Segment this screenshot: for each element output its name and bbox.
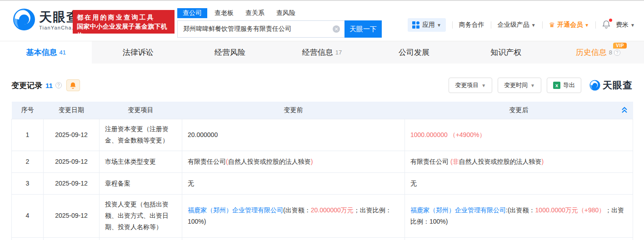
nav-open-vip-label: 开通会员 bbox=[557, 21, 583, 29]
tianyancha-logo-icon bbox=[13, 8, 35, 33]
chevron-down-icon: ▼ bbox=[531, 23, 536, 28]
help-icon[interactable]: ? bbox=[55, 82, 62, 88]
tab-label: 法律诉讼 bbox=[123, 47, 154, 58]
cell-text: 自然人投资或控股的法人独资 bbox=[459, 158, 542, 165]
tab-label: 经营风险 bbox=[215, 47, 245, 58]
table-row-partial bbox=[12, 237, 633, 240]
cell-index: 3 bbox=[12, 172, 44, 194]
tab[interactable]: 经营信息17 bbox=[276, 41, 368, 64]
search-tab[interactable]: 查风险 bbox=[276, 8, 295, 18]
crown-icon: ♛ bbox=[549, 21, 555, 29]
cell-empty bbox=[405, 237, 633, 240]
tab[interactable]: 知识产权 bbox=[460, 41, 552, 64]
search-tab[interactable]: 查公司 bbox=[177, 8, 207, 18]
tab[interactable]: 经营风险 bbox=[184, 41, 276, 64]
cell-text: 20.000000 bbox=[188, 131, 218, 138]
cell-text: 有限责任公司 bbox=[410, 158, 450, 165]
divider bbox=[542, 21, 543, 29]
tab-label: 经营信息 bbox=[302, 47, 333, 58]
filter-dropdown[interactable]: 变更项目▼ bbox=[449, 78, 492, 93]
cell-change-item: 注册资本变更（注册资金、资金数额等变更） bbox=[100, 119, 182, 151]
help-icon[interactable]: ? bbox=[614, 49, 620, 56]
filter-buttons: 变更项目▼变更时间▼ bbox=[443, 78, 541, 93]
nav-apps[interactable]: 应用 ▼ bbox=[408, 18, 446, 32]
monitor-bell-button[interactable] bbox=[66, 79, 80, 91]
export-button[interactable]: x 导出 bbox=[547, 78, 581, 93]
cell-change-item: 市场主体类型变更 bbox=[100, 151, 182, 172]
clear-search-icon[interactable]: ✕ bbox=[333, 25, 340, 33]
search-area: 查公司查老板查关系查风险 ✕ 天眼一下 bbox=[177, 7, 382, 38]
collapse-chevrons-icon[interactable] bbox=[621, 107, 628, 115]
filter-label: 变更项目 bbox=[455, 81, 479, 89]
tab[interactable]: 公司发展 bbox=[368, 41, 460, 64]
table-row: 32025-09-12章程备案无无 bbox=[12, 172, 633, 194]
apps-grid-icon bbox=[412, 21, 419, 29]
filter-label: 变更时间 bbox=[504, 81, 528, 89]
search-tab[interactable]: 查关系 bbox=[245, 8, 265, 18]
nav-open-vip[interactable]: ♛ 开通会员 ▼ bbox=[549, 21, 589, 29]
divider bbox=[595, 21, 596, 29]
promo-banner: 都在用的商业查询工具 国家中小企业发展子基金旗下机构 bbox=[73, 10, 175, 34]
cell-before: 福鹿家（郑州）企业管理有限公司(出资额：20.000000万元；出资比例：100… bbox=[182, 194, 405, 237]
cell-text: 自然人投资或控股的法人独资 bbox=[228, 158, 311, 165]
column-header: 变更前 bbox=[182, 102, 405, 119]
cell-after: 1000.000000 （+4900%） bbox=[405, 119, 633, 151]
cell-before: 有限责任公司(自然人投资或控股的法人独资) bbox=[182, 151, 405, 172]
cell-text: 无 bbox=[188, 180, 194, 187]
column-header: 变更日期 bbox=[44, 102, 100, 119]
tab-label: 历史信息 bbox=[576, 47, 607, 58]
top-nav: 应用 ▼ 商务合作 企业级产品 ▼ ♛ 开通会员 ▼ 费米 ▼ bbox=[408, 18, 635, 32]
cell-text: (非 bbox=[450, 158, 459, 165]
divider bbox=[452, 21, 453, 29]
cell-date: 2025-09-12 bbox=[44, 119, 100, 151]
cell-empty bbox=[12, 237, 44, 240]
search-input[interactable] bbox=[177, 20, 344, 38]
section-count: 11 bbox=[45, 82, 53, 89]
promo-banner-line1: 都在用的商业查询工具 bbox=[77, 13, 170, 22]
cell-text: 20.000000万元 bbox=[311, 206, 354, 214]
tab[interactable]: 法律诉讼 bbox=[92, 41, 184, 64]
column-header: 变更项目 bbox=[100, 102, 182, 119]
cell-after: 无 bbox=[405, 172, 633, 194]
cell-text: 无 bbox=[410, 180, 417, 187]
notification-dot bbox=[609, 19, 612, 22]
chevron-down-icon: ▼ bbox=[481, 83, 486, 88]
cell-index: 4 bbox=[12, 194, 44, 237]
cell-index: 1 bbox=[12, 119, 44, 151]
cell-before: 无 bbox=[182, 172, 405, 194]
watermark-logo: 天眼查 bbox=[589, 79, 633, 92]
chevron-down-icon: ▼ bbox=[630, 23, 635, 28]
tab-label: 公司发展 bbox=[399, 47, 429, 58]
cell-change-item: 投资人变更（包括出资额、出资方式、出资日期、投资人名称等） bbox=[100, 194, 182, 237]
change-record-section-bar: 变更记录 11 ? 变更项目▼变更时间▼ x 导出 天眼查 bbox=[11, 75, 633, 95]
nav-enterprise-label: 企业级产品 bbox=[498, 21, 529, 29]
company-link[interactable]: 福鹿家（郑州）企业管理有限公司 bbox=[188, 206, 283, 214]
cell-index: 2 bbox=[12, 151, 44, 172]
nav-enterprise[interactable]: 企业级产品 ▼ bbox=[498, 21, 536, 29]
table-row: 12025-09-12注册资本变更（注册资金、资金数额等变更）20.000000… bbox=[12, 119, 633, 151]
nav-business[interactable]: 商务合作 bbox=[459, 21, 484, 29]
cell-text: (出资额： bbox=[283, 206, 311, 214]
column-header: 序号 bbox=[12, 102, 44, 119]
search-button[interactable]: 天眼一下 bbox=[344, 20, 382, 38]
cell-after: 福鹿家（郑州）企业管理有限公司:(出资额：1000.0000万元（+980）；出… bbox=[405, 194, 633, 237]
tab[interactable]: 历史信息8?VIP bbox=[552, 41, 644, 64]
table-row: 22025-09-12市场主体类型变更有限责任公司(自然人投资或控股的法人独资)… bbox=[12, 151, 633, 172]
search-tab[interactable]: 查老板 bbox=[215, 8, 234, 18]
tab[interactable]: 基本信息41 bbox=[0, 41, 92, 64]
filter-dropdown[interactable]: 变更时间▼ bbox=[498, 78, 541, 93]
table-header-row: 序号变更日期变更项目变更前变更后 bbox=[12, 102, 633, 119]
cell-text: 1000.0000万元（+980） bbox=[535, 206, 605, 214]
promo-banner-line2: 国家中小企业发展子基金旗下机构 bbox=[77, 22, 170, 40]
chevron-down-icon: ▼ bbox=[530, 83, 535, 88]
notification-bell-icon[interactable] bbox=[602, 20, 610, 30]
company-link[interactable]: 福鹿家（郑州）企业管理有限公司 bbox=[410, 206, 506, 214]
search-tabs: 查公司查老板查关系查风险 bbox=[177, 7, 382, 18]
cell-change-item: 章程备案 bbox=[100, 172, 182, 194]
chevron-down-icon: ▼ bbox=[584, 23, 589, 28]
section-title: 变更记录 bbox=[11, 80, 42, 91]
tab-count: 17 bbox=[335, 49, 342, 56]
cell-date: 2025-09-12 bbox=[44, 194, 100, 237]
nav-user[interactable]: 费米 ▼ bbox=[616, 21, 635, 29]
cell-text: 有限责任公司 bbox=[188, 158, 226, 165]
